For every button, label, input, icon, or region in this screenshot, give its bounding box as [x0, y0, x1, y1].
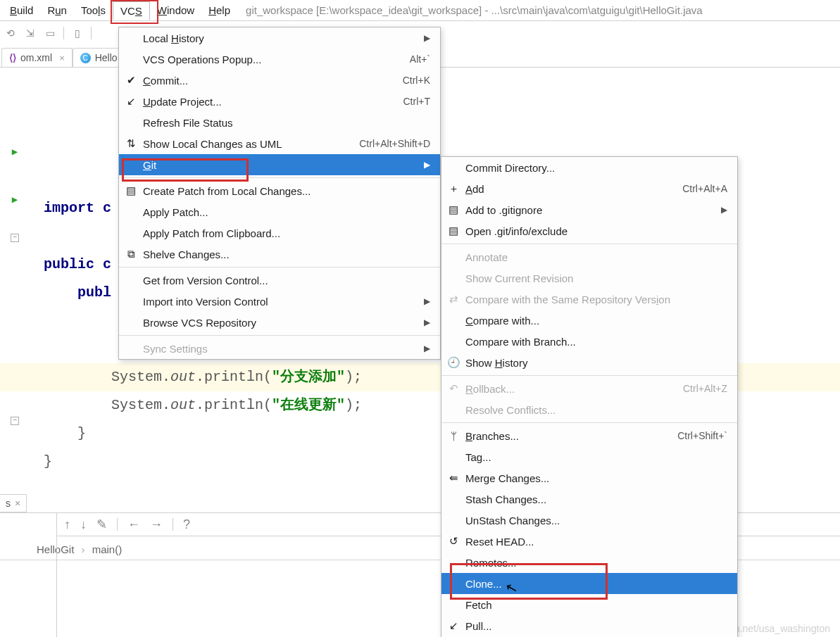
vcs-menu-vcs-operations-popup[interactable]: VCS Operations Popup...Alt+`: [119, 49, 440, 70]
menu-separator: [119, 267, 440, 267]
menu-item-label: Stash Changes...: [465, 493, 727, 505]
console-left-gutter: [0, 512, 56, 637]
vcs-menu-create-patch-from-local-changes[interactable]: ▤Create Patch from Local Changes...: [119, 180, 440, 201]
vcs-menu-get-from-version-control[interactable]: Get from Version Control...: [119, 270, 440, 291]
git-menu-pull[interactable]: ↙Pull...: [441, 615, 737, 636]
git-menu-fetch[interactable]: Fetch: [441, 594, 737, 615]
vcs-menu-local-history[interactable]: Local History▶: [119, 27, 440, 49]
menu-shortcut: Ctrl+K: [403, 75, 430, 86]
menu-tools[interactable]: Tools: [74, 1, 113, 19]
blank-icon: [125, 342, 137, 355]
menu-window[interactable]: Window: [150, 1, 201, 19]
blank-icon: [447, 161, 460, 174]
git-menu-open-git-info-exclude[interactable]: ▤Open .git/info/exclude: [441, 220, 737, 241]
menu-shortcut: Alt+`: [410, 53, 430, 65]
menu-shortcut: Ctrl+Shift+`: [677, 430, 727, 441]
blank-icon: [447, 450, 460, 463]
editor-tab[interactable]: C Hello: [73, 48, 125, 67]
git-menu-clone[interactable]: Clone...: [441, 573, 737, 594]
menu-build[interactable]: Build: [3, 1, 40, 19]
menu-item-label: Fetch: [465, 599, 727, 611]
git-menu-compare-with[interactable]: Compare with...: [441, 310, 737, 331]
vcs-menu-shelve-changes[interactable]: ⧉Shelve Changes...: [119, 244, 440, 265]
xml-file-icon: ⟨⟩: [9, 52, 16, 63]
merge-icon: ⇚: [447, 472, 460, 484]
vcs-menu-apply-patch[interactable]: Apply Patch...: [119, 201, 440, 222]
forward-icon[interactable]: →: [150, 517, 163, 532]
git-menu-annotate: Annotate: [441, 246, 737, 267]
blank-icon: [125, 316, 137, 329]
toolbar-device-icon[interactable]: ▯: [71, 27, 84, 39]
toolbar-out-icon[interactable]: ⇲: [24, 27, 37, 39]
git-menu-rollback: ↶Rollback...Ctrl+Alt+Z: [441, 378, 737, 399]
blank-icon: [125, 53, 137, 65]
git-menu-merge-changes[interactable]: ⇚Merge Changes...: [441, 467, 737, 488]
vcs-menu-git[interactable]: Git▶: [119, 154, 440, 175]
menu-shortcut: Ctrl+T: [403, 96, 431, 107]
blank-icon: [125, 227, 137, 239]
menu-item-label: Rollback...: [465, 383, 656, 395]
menu-item-label: Open .git/info/exclude: [465, 225, 727, 237]
back-icon[interactable]: ←: [127, 517, 140, 532]
menu-item-label: Local History: [143, 32, 406, 44]
menu-item-label: Show Local Changes as UML: [143, 138, 332, 150]
toolbar-sync-icon[interactable]: ⟲: [4, 27, 17, 39]
menu-run[interactable]: Run: [40, 1, 74, 19]
ignore-icon: ▤: [447, 203, 460, 216]
git-menu-reset-head[interactable]: ↺Reset HEAD...: [441, 531, 737, 552]
vcs-menu-apply-patch-from-clipboard[interactable]: Apply Patch from Clipboard...: [119, 222, 440, 244]
git-menu-compare-with-branch[interactable]: Compare with Branch...: [441, 331, 737, 352]
menu-item-label: Browse VCS Repository: [143, 317, 406, 329]
git-submenu: Commit Directory...＋AddCtrl+Alt+A▤Add to…: [441, 156, 738, 637]
menu-vcs[interactable]: VCS: [113, 1, 150, 20]
submenu-arrow-icon: ▶: [424, 296, 430, 306]
menu-item-label: Apply Patch from Clipboard...: [143, 227, 430, 239]
run-gutter-icon[interactable]: ▶: [12, 186, 18, 214]
git-menu-commit-directory[interactable]: Commit Directory...: [441, 157, 737, 178]
menu-item-label: VCS Operations Popup...: [143, 53, 383, 65]
menu-item-label: Refresh File Status: [143, 117, 430, 129]
blank-icon: [447, 577, 460, 590]
toolbar-separator: [63, 27, 64, 39]
rollback-icon: ↶: [447, 382, 460, 395]
git-menu-stash-changes[interactable]: Stash Changes...: [441, 488, 737, 510]
up-icon[interactable]: ↑: [64, 517, 70, 532]
toolbar-stop-icon[interactable]: ▭: [44, 27, 56, 39]
help-icon[interactable]: ?: [183, 517, 190, 532]
git-menu-tag[interactable]: Tag...: [441, 446, 737, 467]
blank-icon: [125, 158, 137, 171]
submenu-arrow-icon: ▶: [424, 317, 430, 327]
uml-icon: ⇅: [125, 137, 137, 150]
tool-window-tab[interactable]: s×: [0, 494, 27, 512]
fold-icon[interactable]: −: [11, 234, 19, 242]
edit-icon[interactable]: ✎: [96, 517, 107, 532]
vcs-menu-show-local-changes-as-uml[interactable]: ⇅Show Local Changes as UMLCtrl+Alt+Shift…: [119, 133, 440, 154]
menu-item-label: Get from Version Control...: [143, 275, 430, 286]
menu-separator: [441, 375, 737, 376]
fold-icon[interactable]: −: [11, 417, 19, 425]
menu-item-label: Reset HEAD...: [465, 536, 727, 548]
menu-item-label: Git: [143, 159, 406, 171]
menu-item-label: Shelve Changes...: [143, 248, 430, 260]
vcs-menu-import-into-version-control[interactable]: Import into Version Control▶: [119, 291, 440, 312]
editor-tab[interactable]: ⟨⟩ om.xml ×: [1, 48, 73, 67]
vcs-menu-commit[interactable]: ✔Commit...Ctrl+K: [119, 70, 440, 91]
down-icon[interactable]: ↓: [80, 517, 87, 532]
close-tab-icon[interactable]: ×: [59, 53, 65, 63]
menu-help[interactable]: Help: [201, 1, 237, 19]
close-icon[interactable]: ×: [15, 498, 20, 509]
git-menu-unstash-changes[interactable]: UnStash Changes...: [441, 510, 737, 531]
git-menu-remotes[interactable]: Remotes...: [441, 552, 737, 573]
blank-icon: [447, 493, 460, 505]
git-menu-branches[interactable]: ᛘBranches...Ctrl+Shift+`: [441, 425, 737, 446]
git-menu-add[interactable]: ＋AddCtrl+Alt+A: [441, 178, 737, 199]
vcs-menu-browse-vcs-repository[interactable]: Browse VCS Repository▶: [119, 312, 440, 333]
shelve-icon: ⧉: [125, 248, 137, 260]
run-gutter-icon[interactable]: ▶: [12, 138, 18, 166]
vcs-menu-refresh-file-status[interactable]: Refresh File Status: [119, 112, 440, 133]
menu-shortcut: Ctrl+Alt+Z: [683, 383, 727, 394]
vcs-menu-update-project[interactable]: ↙Update Project...Ctrl+T: [119, 91, 440, 112]
git-menu-show-history[interactable]: 🕘Show History: [441, 352, 737, 373]
menu-item-label: Annotate: [465, 251, 727, 263]
git-menu-add-to-gitignore[interactable]: ▤Add to .gitignore▶: [441, 199, 737, 220]
